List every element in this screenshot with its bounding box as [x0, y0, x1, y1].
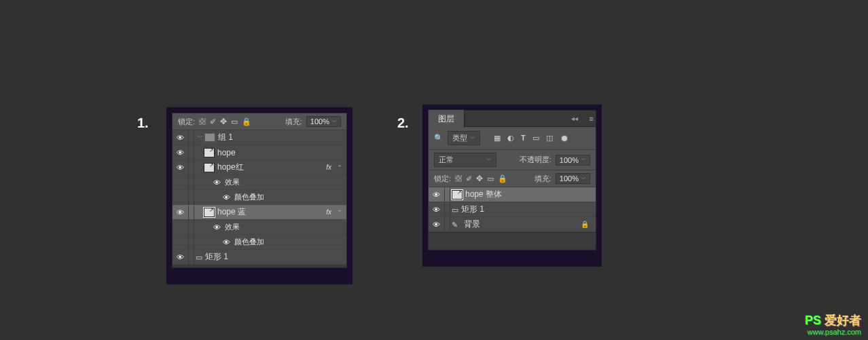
lock-label: 锁定:: [434, 174, 451, 184]
lock-artboard-icon[interactable]: ▭: [487, 174, 494, 183]
visibility-toggle[interactable]: [429, 202, 445, 216]
visibility-spacer: [173, 190, 189, 204]
visibility-toggle[interactable]: [173, 250, 189, 264]
layer-color-overlay-row[interactable]: 颜色叠加: [173, 190, 346, 205]
step-number-2: 2.: [397, 115, 409, 131]
layer-effects-row-2[interactable]: 效果: [173, 220, 346, 235]
collapse-panel-icon[interactable]: ◂◂: [571, 115, 578, 122]
layer-hope-whole[interactable]: hope 整体: [429, 187, 596, 202]
fx-collapse-icon[interactable]: ⌃: [337, 209, 342, 216]
visibility-toggle[interactable]: [173, 160, 189, 174]
chevron-down-icon: ﹀: [581, 156, 586, 164]
smart-object-icon: [204, 208, 215, 217]
watermark-brand: PS 爱好者: [805, 314, 861, 328]
fx-collapse-icon[interactable]: ⌃: [337, 164, 342, 171]
lock-all-icon[interactable]: 🔒: [242, 117, 251, 126]
visibility-toggle[interactable]: [223, 193, 230, 202]
lock-row-2: 锁定: ✐ ✥ ▭ 🔒 填充: 100% ﹀: [429, 170, 596, 187]
lock-icon: 🔒: [581, 221, 589, 228]
chevron-down-icon: ﹀: [470, 134, 475, 142]
opacity-label: 不透明度:: [520, 155, 551, 165]
layer-hope[interactable]: hope: [173, 145, 346, 160]
layer-group-1[interactable]: ﹀ 组 1: [173, 130, 346, 145]
lock-transparent-icon[interactable]: [455, 175, 462, 182]
chevron-down-icon: ﹀: [581, 175, 586, 183]
layer-rect-1-b[interactable]: 矩形 1: [429, 202, 596, 217]
lock-all-icon[interactable]: 🔒: [498, 174, 507, 183]
lock-image-icon[interactable]: ✐: [466, 174, 472, 183]
filter-shape-icon[interactable]: ▭: [532, 134, 539, 143]
chevron-down-icon: ﹀: [486, 156, 492, 164]
lock-position-icon[interactable]: ✥: [476, 174, 483, 183]
panel-menu-icon[interactable]: ≡: [590, 115, 592, 123]
layer-hope-red[interactable]: hope红 fx ⌃: [173, 160, 346, 175]
filter-adjustment-icon[interactable]: ◐: [507, 134, 514, 143]
disclosure-down-icon[interactable]: ﹀: [197, 133, 203, 142]
layers-panel-1: 锁定: ✐ ✥ ▭ 🔒 填充: 100% ﹀ ﹀ 组 1: [172, 113, 347, 268]
filter-row: 🔍 类型 ﹀ ▦ ◐ T ▭ ◫: [429, 127, 596, 150]
fill-label: 填充:: [285, 117, 302, 127]
visibility-toggle[interactable]: [173, 130, 189, 145]
opacity-value-dropdown[interactable]: 100% ﹀: [556, 155, 590, 166]
visibility-toggle[interactable]: [429, 217, 445, 231]
layer-name: hope 整体: [465, 189, 502, 200]
layer-background[interactable]: 背景 🔒: [429, 217, 596, 232]
effects-label: 效果: [225, 222, 240, 232]
blend-mode-dropdown[interactable]: 正常 ﹀: [434, 153, 496, 167]
filter-type-icons: ▦ ◐ T ▭ ◫: [494, 134, 553, 143]
brush-icon: [452, 220, 461, 229]
shape-icon: [452, 205, 461, 214]
fill-value: 100%: [310, 117, 329, 126]
search-icon[interactable]: 🔍: [434, 134, 444, 143]
chevron-down-icon: ﹀: [331, 118, 337, 126]
tab-layers[interactable]: 图层: [429, 109, 465, 128]
layer-name: hope 蓝: [217, 206, 246, 218]
lock-row: 锁定: ✐ ✥ ▭ 🔒 填充: 100% ﹀: [173, 113, 346, 130]
fill-value-dropdown[interactable]: 100% ﹀: [306, 116, 341, 127]
visibility-toggle[interactable]: [223, 238, 230, 246]
watermark: PS 爱好者 www.psahz.com: [805, 314, 861, 336]
fill-value-dropdown[interactable]: 100% ﹀: [556, 173, 590, 184]
visibility-toggle[interactable]: [213, 178, 221, 187]
watermark-brand-en: PS: [805, 314, 821, 327]
step-number-1: 1.: [137, 115, 149, 131]
layer-color-overlay-row-2[interactable]: 颜色叠加: [173, 235, 346, 250]
panel-tab-bar: 图层 ◂◂ ≡: [429, 111, 596, 127]
watermark-brand-cn: 爱好者: [825, 314, 861, 327]
panel-bottom-strip: [173, 265, 346, 267]
filter-text-icon[interactable]: T: [521, 134, 526, 143]
lock-label: 锁定:: [178, 117, 195, 127]
filter-kind-dropdown[interactable]: 类型 ﹀: [448, 131, 480, 145]
lock-position-icon[interactable]: ✥: [220, 117, 227, 126]
layers-panel-2: 图层 ◂◂ ≡ 🔍 类型 ﹀ ▦ ◐ T ▭ ◫ 正常: [428, 110, 596, 250]
blend-mode-value: 正常: [439, 155, 454, 165]
blend-row: 正常 ﹀ 不透明度: 100% ﹀: [429, 150, 596, 170]
lock-transparent-icon[interactable]: [199, 118, 206, 125]
empty-layers-area[interactable]: [429, 232, 596, 247]
smart-object-icon: [204, 163, 215, 172]
visibility-toggle[interactable]: [173, 205, 189, 219]
layer-effects-row[interactable]: 效果: [173, 175, 346, 190]
visibility-spacer: [173, 175, 189, 189]
layer-name: hope: [217, 148, 236, 157]
filter-smart-icon[interactable]: ◫: [546, 134, 553, 143]
panel-1-wrapper: 锁定: ✐ ✥ ▭ 🔒 填充: 100% ﹀ ﹀ 组 1: [166, 107, 352, 284]
visibility-toggle[interactable]: [429, 187, 445, 202]
filter-toggle-switch[interactable]: [561, 135, 568, 142]
visibility-toggle[interactable]: [173, 145, 189, 159]
layer-name: 组 1: [218, 132, 233, 143]
fx-badge[interactable]: fx: [326, 164, 331, 171]
smart-object-icon: [204, 148, 215, 157]
lock-image-icon[interactable]: ✐: [210, 117, 216, 126]
layer-hope-blue[interactable]: hope 蓝 fx ⌃: [173, 205, 346, 220]
filter-pixel-icon[interactable]: ▦: [494, 134, 501, 143]
lock-artboard-icon[interactable]: ▭: [231, 117, 238, 126]
fx-badge[interactable]: fx: [326, 208, 331, 216]
visibility-toggle[interactable]: [213, 223, 221, 231]
fill-value: 100%: [560, 174, 579, 183]
layer-name: 矩形 1: [461, 204, 484, 215]
layers-list-2: hope 整体 矩形 1 背景 🔒: [429, 187, 596, 232]
opacity-value: 100%: [560, 156, 579, 164]
layer-rect-1[interactable]: 矩形 1: [173, 250, 346, 265]
filter-kind-label: 类型: [452, 133, 467, 143]
